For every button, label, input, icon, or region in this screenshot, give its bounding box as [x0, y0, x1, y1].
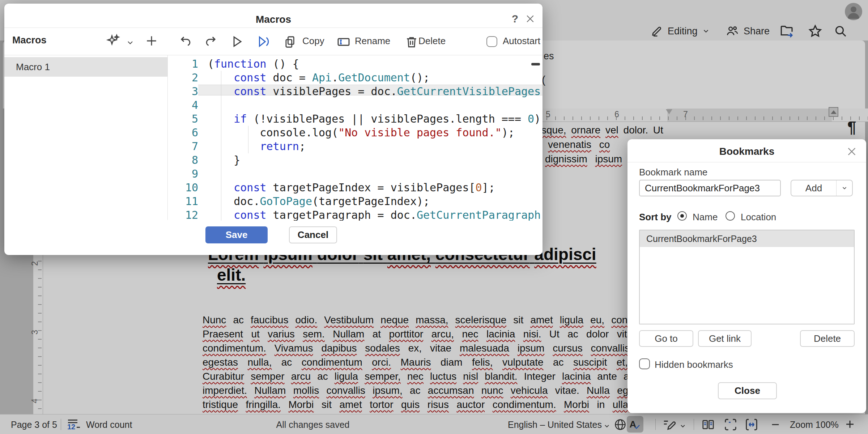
macros-dialog: Macros ? Macros Copy Rename Delete Autos… — [4, 4, 542, 255]
macros-panel-title: Macros — [12, 35, 47, 46]
chevron-down-icon — [841, 185, 848, 191]
play-loop-icon — [256, 35, 270, 48]
divider — [4, 27, 542, 28]
play-icon — [230, 35, 244, 48]
bookmarks-list[interactable]: CurrentBookmarkForPage3 — [639, 230, 855, 324]
code-line: 7 return; — [168, 140, 542, 153]
sort-by-label: Sort by — [639, 212, 672, 223]
copy-icon — [283, 35, 297, 49]
rename-macro-button[interactable] — [336, 34, 352, 50]
plus-icon — [145, 34, 158, 48]
code-line: 11 doc.GoToPage(targetPageIndex); — [168, 195, 542, 208]
rename-label[interactable]: Rename — [355, 35, 390, 47]
code-line: 4 — [168, 98, 542, 112]
code-line: 8 } — [168, 153, 542, 167]
dialog-title: Macros — [4, 14, 542, 25]
bookmark-name-input[interactable] — [639, 180, 781, 196]
sort-name-label[interactable]: Name — [693, 212, 718, 223]
editor-scrollbar-thumb[interactable] — [531, 63, 540, 65]
sort-name-radio[interactable] — [677, 211, 687, 221]
chevron-down-icon[interactable] — [126, 38, 135, 47]
add-bookmark-button[interactable]: Add — [791, 180, 853, 196]
delete-label[interactable]: Delete — [418, 35, 446, 47]
redo-icon — [204, 35, 218, 48]
sort-location-radio[interactable] — [726, 211, 735, 221]
trash-icon — [405, 35, 418, 49]
hidden-bookmarks-checkbox[interactable] — [639, 358, 650, 369]
divider — [627, 162, 866, 162]
add-label: Add — [791, 180, 836, 196]
save-button[interactable]: Save — [205, 226, 268, 243]
delete-macro-button[interactable] — [404, 34, 420, 50]
cancel-button[interactable]: Cancel — [289, 226, 337, 243]
code-line: 1(function () { — [168, 57, 542, 71]
ai-macro-button[interactable] — [105, 33, 122, 49]
close-button[interactable] — [844, 144, 860, 159]
close-button[interactable] — [523, 12, 537, 26]
sort-location-label[interactable]: Location — [741, 212, 776, 223]
get-link-button[interactable]: Get link — [698, 330, 752, 347]
dialog-title: Bookmarks — [627, 146, 866, 157]
close-icon — [846, 146, 858, 157]
code-line: 6 console.log("No visible pages found.")… — [168, 126, 542, 140]
code-line: 9 — [168, 167, 542, 181]
delete-bookmark-button[interactable]: Delete — [800, 330, 855, 347]
run-macro-button[interactable] — [229, 33, 245, 50]
bookmark-list-item[interactable]: CurrentBookmarkForPage3 — [640, 230, 854, 247]
code-line: 2 const doc = Api.GetDocument(); — [168, 71, 542, 85]
redo-button[interactable] — [203, 33, 219, 50]
autostart-checkbox[interactable] — [486, 36, 497, 47]
code-editor[interactable]: 1(function () {2 const doc = Api.GetDocu… — [168, 55, 542, 221]
add-dropdown[interactable] — [836, 180, 852, 196]
undo-button[interactable] — [177, 33, 194, 50]
code-line: 5 if (!visiblePages || visiblePages.leng… — [168, 112, 542, 126]
bookmarks-dialog: Bookmarks Bookmark name Add Sort by Name… — [627, 139, 866, 413]
run-all-button[interactable] — [255, 33, 271, 50]
code-line: 3 const visiblePages = doc.GetCurrentVis… — [168, 85, 542, 98]
add-macro-button[interactable] — [143, 33, 160, 49]
bookmark-name-label: Bookmark name — [639, 167, 707, 178]
code-line: 10 const targetPageIndex = visiblePages[… — [168, 181, 542, 195]
close-icon — [525, 13, 536, 24]
help-button[interactable]: ? — [508, 12, 522, 26]
macro-list: Macro 1 — [4, 57, 167, 77]
undo-icon — [179, 35, 192, 48]
rename-icon — [336, 35, 351, 49]
copy-label[interactable]: Copy — [302, 35, 324, 47]
copy-macro-button[interactable] — [282, 34, 298, 50]
autostart-label[interactable]: Autostart — [503, 35, 540, 47]
macro-list-item[interactable]: Macro 1 — [4, 57, 167, 77]
hidden-bookmarks-label[interactable]: Hidden bookmarks — [655, 359, 733, 370]
goto-button[interactable]: Go to — [639, 330, 693, 347]
sparkle-icon — [106, 33, 121, 48]
close-dialog-button[interactable]: Close — [718, 382, 777, 399]
code-line: 12 const targetParagraph = doc.GetCurren… — [168, 208, 542, 221]
